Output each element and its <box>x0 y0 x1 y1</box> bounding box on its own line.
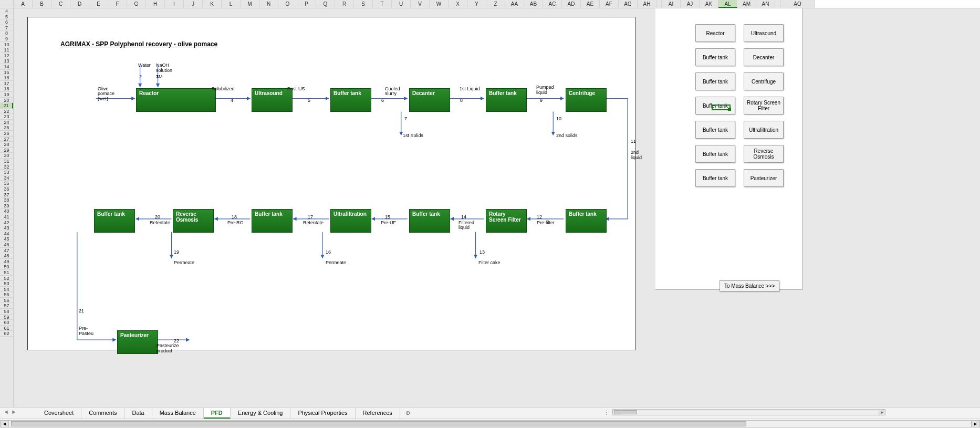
row-header-23[interactable]: 23 <box>0 114 13 120</box>
row-header-55[interactable]: 55 <box>0 292 13 298</box>
col-header-AD[interactable]: AD <box>562 0 581 8</box>
col-header-S[interactable]: S <box>354 0 373 8</box>
row-header-33[interactable]: 33 <box>0 170 13 175</box>
row-header-8[interactable]: 8 <box>0 30 13 36</box>
scroll-right-icon[interactable]: ► <box>879 410 885 415</box>
side-btn-centrifuge[interactable]: Centrifuge <box>744 72 784 90</box>
side-btn-buffer-tank[interactable]: Buffer tank <box>695 121 735 139</box>
to-mass-balance-button[interactable]: To Mass Balance >>> <box>720 280 779 291</box>
side-btn-buffer-tank[interactable]: Buffer tank <box>695 169 735 187</box>
row-header-6[interactable]: 6 <box>0 19 13 25</box>
col-header-Z[interactable]: Z <box>486 0 505 8</box>
col-header-AG[interactable]: AG <box>619 0 638 8</box>
col-header-Q[interactable]: Q <box>316 0 335 8</box>
process-buffer-tank[interactable]: Buffer tank <box>94 209 135 233</box>
row-header-58[interactable]: 58 <box>0 309 13 315</box>
col-header-B[interactable]: B <box>33 0 51 8</box>
side-btn-decanter[interactable]: Decanter <box>744 48 784 66</box>
tab-pfd[interactable]: PFD <box>204 408 231 419</box>
col-header-X[interactable]: X <box>449 0 467 8</box>
row-header-7[interactable]: 7 <box>0 25 13 31</box>
side-btn-ultrafiltration[interactable]: Ultrafiltration <box>744 121 784 139</box>
row-header-41[interactable]: 41 <box>0 214 13 220</box>
select-all-corner[interactable] <box>0 0 14 8</box>
col-header-AH[interactable]: AH <box>638 0 656 8</box>
scroll-right-icon[interactable]: ► <box>971 421 979 427</box>
col-header-AC[interactable]: AC <box>543 0 562 8</box>
process-centrifuge[interactable]: Centrifuge <box>566 88 607 112</box>
horizontal-scrollbar-top[interactable]: ◄ ► <box>612 409 885 415</box>
row-header-20[interactable]: 20 <box>0 98 13 103</box>
col-header-T[interactable]: T <box>373 0 392 8</box>
row-header-53[interactable]: 53 <box>0 281 13 287</box>
row-header-47[interactable]: 47 <box>0 248 13 254</box>
row-header-52[interactable]: 52 <box>0 276 13 281</box>
process-ultrasound[interactable]: Ultrasound <box>252 88 293 112</box>
worksheet-canvas[interactable]: AGRIMAX - SPP Polyphenol recovery - oliv… <box>14 8 980 407</box>
tab-mass-balance[interactable]: Mass Balance <box>152 408 204 419</box>
row-header-31[interactable]: 31 <box>0 159 13 164</box>
tab-coversheet[interactable]: Coversheet <box>37 408 81 419</box>
tab-data[interactable]: Data <box>124 408 152 419</box>
row-header-38[interactable]: 38 <box>0 197 13 203</box>
col-header-AF[interactable]: AF <box>600 0 619 8</box>
row-header-43[interactable]: 43 <box>0 225 13 231</box>
row-header-27[interactable]: 27 <box>0 137 13 142</box>
col-header-gap[interactable] <box>775 0 780 8</box>
col-header-AO[interactable]: AO <box>780 0 815 8</box>
row-header-45[interactable]: 45 <box>0 236 13 242</box>
side-btn-reactor[interactable]: Reactor <box>695 24 735 42</box>
tab-nav-arrows[interactable]: ◄ ► <box>3 409 17 415</box>
tab-prev-icon[interactable]: ◄ <box>3 409 9 415</box>
tab-comments[interactable]: Comments <box>81 408 124 419</box>
row-header-15[interactable]: 15 <box>0 70 13 76</box>
col-header-AE[interactable]: AE <box>581 0 600 8</box>
col-header-AM[interactable]: AM <box>737 0 756 8</box>
row-header-30[interactable]: 30 <box>0 153 13 159</box>
row-header-4[interactable]: 4 <box>0 8 13 14</box>
row-header-18[interactable]: 18 <box>0 86 13 92</box>
col-header-AN[interactable]: AN <box>756 0 775 8</box>
col-header-G[interactable]: G <box>127 0 146 8</box>
process-buffer-tank[interactable]: Buffer tank <box>330 88 371 112</box>
scroll-thumb[interactable] <box>614 410 637 414</box>
row-header-50[interactable]: 50 <box>0 264 13 270</box>
col-header-H[interactable]: H <box>146 0 165 8</box>
row-header-49[interactable]: 49 <box>0 259 13 265</box>
col-header-N[interactable]: N <box>259 0 278 8</box>
row-header-36[interactable]: 36 <box>0 186 13 192</box>
col-header-W[interactable]: W <box>430 0 449 8</box>
col-header-Y[interactable]: Y <box>467 0 486 8</box>
row-header-60[interactable]: 60 <box>0 320 13 326</box>
col-header-L[interactable]: L <box>222 0 241 8</box>
side-btn-ultrasound[interactable]: Ultrasound <box>744 24 784 42</box>
col-header-D[interactable]: D <box>70 0 89 8</box>
tab-next-icon[interactable]: ► <box>11 409 17 415</box>
row-header-16[interactable]: 16 <box>0 75 13 81</box>
row-header-39[interactable]: 39 <box>0 203 13 209</box>
row-header-34[interactable]: 34 <box>0 175 13 181</box>
row-header-51[interactable]: 51 <box>0 270 13 276</box>
col-header-P[interactable]: P <box>297 0 316 8</box>
col-header-U[interactable]: U <box>392 0 411 8</box>
row-header-61[interactable]: 61 <box>0 326 13 331</box>
row-header-29[interactable]: 29 <box>0 148 13 153</box>
row-header-59[interactable]: 59 <box>0 315 13 320</box>
col-header-F[interactable]: F <box>108 0 127 8</box>
row-header-25[interactable]: 25 <box>0 125 13 131</box>
col-header-AJ[interactable]: AJ <box>681 0 700 8</box>
horizontal-scrollbar-bottom[interactable]: ◄ ► <box>0 419 980 428</box>
col-header-A[interactable]: A <box>14 0 33 8</box>
row-header-48[interactable]: 48 <box>0 253 13 259</box>
col-header-C[interactable]: C <box>51 0 70 8</box>
row-header-26[interactable]: 26 <box>0 131 13 137</box>
row-header-9[interactable]: 9 <box>0 36 13 42</box>
tab-references[interactable]: References <box>356 408 400 419</box>
active-cell[interactable] <box>712 105 731 110</box>
row-header-57[interactable]: 57 <box>0 303 13 309</box>
col-header-AB[interactable]: AB <box>524 0 543 8</box>
tab-energy-cooling[interactable]: Energy & Cooling <box>231 408 291 419</box>
side-btn-reverse-osmosis[interactable]: Reverse Osmosis <box>744 145 784 163</box>
col-header-M[interactable]: M <box>241 0 259 8</box>
row-header-40[interactable]: 40 <box>0 208 13 214</box>
